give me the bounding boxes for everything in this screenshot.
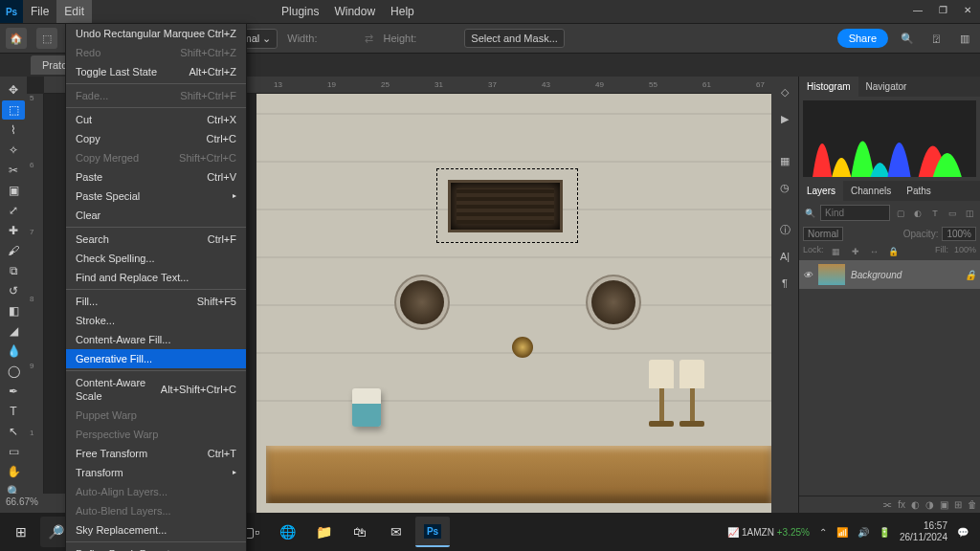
menu-item[interactable]: Content-Aware ScaleAlt+Shift+Ctrl+C: [66, 373, 246, 406]
filter-adjust-icon[interactable]: ◐: [911, 207, 924, 220]
clock[interactable]: 16:5726/11/2024: [900, 520, 947, 543]
menu-item[interactable]: Content-Aware Fill...: [66, 330, 246, 349]
explorer-icon[interactable]: 📁: [306, 517, 341, 547]
blend-mode-select[interactable]: Normal: [803, 227, 843, 241]
wifi-icon[interactable]: 📶: [836, 527, 848, 538]
menu-item[interactable]: CutCtrl+X: [66, 110, 246, 129]
blur-tool[interactable]: 💧: [2, 342, 25, 361]
visibility-icon[interactable]: 👁: [803, 270, 813, 280]
marquee-tool[interactable]: ⬚: [2, 100, 25, 120]
filter-smart-icon[interactable]: ◫: [963, 207, 976, 220]
histogram-tab[interactable]: Histogram: [799, 77, 858, 97]
new-layer-icon[interactable]: ⊞: [954, 499, 962, 510]
menu-plugins[interactable]: Plugins: [274, 0, 326, 23]
menu-item[interactable]: Toggle Last StateAlt+Ctrl+Z: [66, 62, 246, 81]
window-minimize[interactable]: —: [905, 0, 930, 19]
tray-up-icon[interactable]: ⌃: [819, 527, 827, 538]
battery-icon[interactable]: 🔋: [879, 527, 890, 538]
layer-thumbnail[interactable]: [818, 264, 845, 285]
menu-item[interactable]: Find and Replace Text...: [66, 268, 246, 287]
window-maximize[interactable]: ❐: [930, 0, 955, 19]
wand-tool[interactable]: ✧: [2, 141, 25, 160]
brush-tool[interactable]: 🖌: [2, 241, 25, 260]
type-tool[interactable]: T: [2, 402, 25, 421]
menu-item[interactable]: Define Brush Preset...: [66, 544, 246, 551]
layers-tab[interactable]: Layers: [799, 181, 843, 201]
marquee-selection[interactable]: [436, 168, 578, 243]
menu-item[interactable]: Paste Special: [66, 187, 246, 206]
window-close[interactable]: ✕: [955, 0, 980, 19]
select-and-mask-button[interactable]: Select and Mask...: [464, 29, 565, 48]
shape-tool[interactable]: ▭: [2, 442, 25, 461]
fill-value[interactable]: 100%: [954, 245, 976, 258]
document-canvas[interactable]: [256, 94, 771, 513]
menu-item[interactable]: SearchCtrl+F: [66, 230, 246, 249]
path-tool[interactable]: ↖: [2, 422, 25, 441]
gradient-tool[interactable]: ◢: [2, 321, 25, 341]
menu-item[interactable]: Undo Rectangular MarqueeCtrl+Z: [66, 24, 246, 43]
menu-item[interactable]: Sky Replacement...: [66, 520, 246, 540]
menu-file[interactable]: File: [23, 0, 56, 23]
adjustment-icon[interactable]: ◑: [925, 499, 934, 510]
paths-tab[interactable]: Paths: [899, 181, 939, 201]
notifications-icon[interactable]: 💬: [957, 527, 969, 538]
type-panel-icon[interactable]: A|: [775, 247, 794, 266]
menu-item[interactable]: Generative Fill...: [66, 349, 246, 368]
lasso-tool[interactable]: ⌇: [2, 121, 25, 140]
lock-artboard-icon[interactable]: ↔: [868, 245, 881, 258]
lock-all-icon[interactable]: 🔒: [887, 245, 901, 258]
opacity-value[interactable]: 100%: [942, 227, 976, 241]
menu-edit[interactable]: Edit: [56, 0, 92, 23]
stock-widget[interactable]: 📈 1AMZN +3.25%: [727, 527, 810, 538]
menu-item[interactable]: Free TransformCtrl+T: [66, 444, 246, 463]
menu-item[interactable]: Check Spelling...: [66, 249, 246, 268]
marquee-preset-icon[interactable]: ⬚: [36, 28, 57, 49]
eyedropper-tool[interactable]: ⤢: [2, 201, 25, 220]
layer-background[interactable]: 👁 Background 🔒: [799, 260, 980, 289]
search-icon[interactable]: 🔍: [898, 29, 917, 48]
move-tool[interactable]: ✥: [2, 80, 25, 99]
frame-tool[interactable]: ▣: [2, 181, 25, 200]
dock-icon[interactable]: ◇: [775, 82, 794, 101]
store-icon[interactable]: 🛍: [343, 517, 377, 547]
hand-tool[interactable]: ✋: [2, 462, 25, 481]
start-button[interactable]: ⊞: [4, 517, 38, 547]
lock-position-icon[interactable]: ✚: [849, 245, 862, 258]
help-icon[interactable]: ⍰: [926, 29, 946, 48]
ps-logo[interactable]: Ps: [0, 0, 23, 23]
heal-tool[interactable]: ✚: [2, 221, 25, 240]
volume-icon[interactable]: 🔊: [858, 527, 869, 538]
menu-item[interactable]: Fill...Shift+F5: [66, 292, 246, 311]
crop-tool[interactable]: ✂: [2, 161, 25, 180]
menu-help[interactable]: Help: [383, 0, 422, 23]
link-layers-icon[interactable]: ⫘: [882, 499, 892, 510]
pen-tool[interactable]: ✒: [2, 382, 25, 401]
menu-item[interactable]: Stroke...: [66, 311, 246, 330]
filter-image-icon[interactable]: ▢: [894, 207, 907, 220]
group-icon[interactable]: ▣: [940, 499, 948, 510]
delete-icon[interactable]: 🗑: [968, 499, 977, 510]
lock-pixels-icon[interactable]: ▦: [830, 245, 843, 258]
navigator-tab[interactable]: Navigator: [858, 77, 915, 97]
color-icon[interactable]: ▦: [775, 151, 794, 170]
edit-menu-dropdown[interactable]: Undo Rectangular MarqueeCtrl+ZRedoShift+…: [65, 23, 247, 551]
edge-icon[interactable]: 🌐: [270, 517, 304, 547]
photoshop-taskbar-icon[interactable]: Ps: [415, 517, 450, 547]
mask-icon[interactable]: ◐: [911, 499, 920, 510]
layer-filter-input[interactable]: [820, 205, 890, 221]
stamp-tool[interactable]: ⧉: [2, 261, 25, 280]
history-brush-tool[interactable]: ↺: [2, 281, 25, 300]
filter-shape-icon[interactable]: ▭: [946, 207, 959, 220]
paragraph-icon[interactable]: ¶: [775, 274, 794, 293]
channels-tab[interactable]: Channels: [843, 181, 899, 201]
dodge-tool[interactable]: ◯: [2, 362, 25, 381]
info-icon[interactable]: ⓘ: [775, 220, 794, 239]
status-zoom[interactable]: 66.67%: [0, 494, 65, 513]
workspace-icon[interactable]: ▥: [955, 29, 974, 48]
menu-item[interactable]: Transform: [66, 463, 246, 482]
mail-icon[interactable]: ✉: [379, 517, 413, 547]
filter-type-icon[interactable]: T: [928, 207, 942, 220]
menu-item[interactable]: CopyCtrl+C: [66, 129, 246, 148]
play-icon[interactable]: ▶: [775, 109, 794, 128]
fx-icon[interactable]: fx: [898, 499, 905, 510]
